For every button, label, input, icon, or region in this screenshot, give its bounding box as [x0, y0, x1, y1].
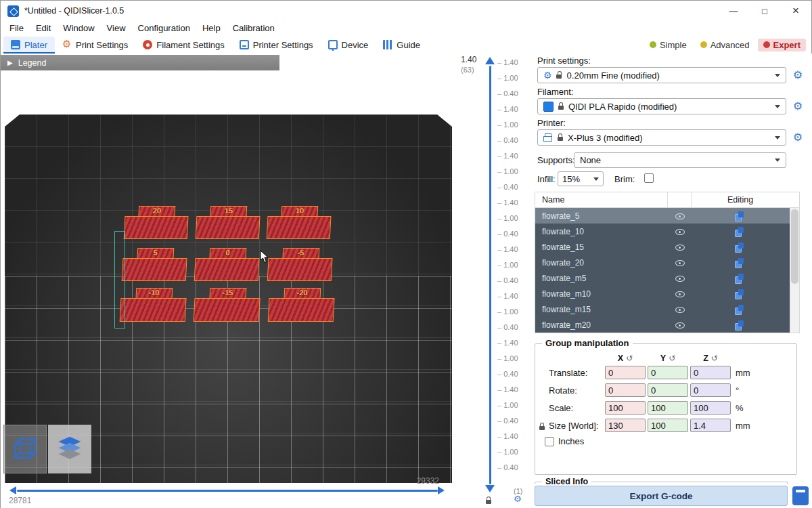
- object-row-flowrate-m20[interactable]: flowrate_m20: [535, 317, 799, 333]
- horizontal-move-slider[interactable]: [17, 490, 438, 492]
- edit-icon[interactable]: [735, 242, 744, 252]
- infill-combo[interactable]: 15%: [558, 171, 604, 186]
- inches-checkbox[interactable]: [545, 437, 554, 446]
- mode-expert[interactable]: Expert: [758, 39, 806, 51]
- object-row-flowrate-5[interactable]: flowrate_5: [535, 208, 799, 224]
- edit-icon[interactable]: [735, 289, 744, 299]
- supports-combo[interactable]: None: [574, 152, 786, 168]
- input-scale-y[interactable]: [648, 401, 688, 415]
- eye-icon[interactable]: [675, 273, 685, 283]
- tab-device[interactable]: Device: [321, 37, 376, 54]
- reset-y-icon[interactable]: ↺: [669, 354, 675, 362]
- input-translate-x[interactable]: [605, 366, 646, 379]
- object-row-flowrate-15[interactable]: flowrate_15: [535, 239, 799, 255]
- legend-expand-icon[interactable]: ▶: [7, 59, 13, 66]
- visibility-cell: [668, 242, 691, 252]
- hslider-left-arrow[interactable]: [9, 486, 16, 494]
- reset-x-icon[interactable]: ↺: [626, 354, 633, 362]
- plate-object-15[interactable]: 15: [196, 206, 261, 239]
- eye-icon[interactable]: [675, 211, 685, 221]
- plate-object-15[interactable]: -15: [194, 288, 261, 322]
- menu-help[interactable]: Help: [196, 21, 227, 36]
- layer-slider-top-handle[interactable]: [485, 57, 495, 64]
- edit-icon[interactable]: [735, 320, 744, 330]
- legend-bar[interactable]: ▶ Legend: [1, 55, 279, 70]
- plate-object-10[interactable]: 10: [267, 206, 332, 239]
- edit-icon[interactable]: [735, 274, 744, 283]
- eye-icon[interactable]: [675, 226, 685, 236]
- eye-icon[interactable]: [675, 304, 685, 314]
- input-scale-x[interactable]: [605, 401, 646, 415]
- layer-slider-bottom-handle[interactable]: [485, 485, 495, 492]
- eye-icon[interactable]: [675, 242, 685, 252]
- axis-header-y: Y↺: [648, 354, 688, 363]
- export-gcode-button[interactable]: Export G-code: [535, 486, 788, 506]
- hslider-right-arrow[interactable]: [438, 486, 445, 494]
- close-button[interactable]: ×: [780, 1, 811, 21]
- preview-view-button[interactable]: [48, 425, 91, 473]
- editor-view-button[interactable]: [3, 425, 47, 473]
- reset-z-icon[interactable]: ↺: [711, 354, 718, 362]
- layer-slider-track[interactable]: [489, 66, 491, 484]
- tab-print-settings[interactable]: Print Settings: [55, 37, 135, 54]
- plate-object-20[interactable]: -20: [268, 288, 336, 322]
- viewport-3d[interactable]: 20151050-5-10-15-20 ▶ Legend: [1, 54, 455, 508]
- layer-tick: 0.40: [497, 413, 518, 429]
- object-row-flowrate-m15[interactable]: flowrate_m15: [535, 301, 799, 317]
- eye-icon[interactable]: [675, 257, 685, 268]
- menu-edit[interactable]: Edit: [30, 21, 57, 36]
- mode-simple[interactable]: Simple: [644, 39, 692, 51]
- menu-configuration[interactable]: Configuration: [132, 21, 196, 36]
- object-row-flowrate-m10[interactable]: flowrate_m10: [535, 286, 799, 301]
- menu-window[interactable]: Window: [57, 21, 100, 36]
- layer-settings-gear-icon[interactable]: ⚙: [514, 494, 522, 504]
- filament-combo[interactable]: QIDI PLA Rapido (modified): [537, 98, 786, 114]
- layer-lock-icon[interactable]: [485, 496, 492, 505]
- printer-combo[interactable]: X-Plus 3 (modified): [537, 129, 786, 146]
- menu-calibration[interactable]: Calibration: [227, 21, 281, 36]
- export-device-icon[interactable]: [792, 486, 809, 505]
- brim-checkbox[interactable]: [644, 173, 654, 183]
- tab-guide[interactable]: Guide: [376, 37, 428, 54]
- input-size-world-z[interactable]: [690, 419, 731, 432]
- input-translate-z[interactable]: [690, 366, 731, 379]
- input-rotate-x[interactable]: [605, 383, 646, 397]
- edit-icon[interactable]: [735, 258, 744, 268]
- edit-icon[interactable]: [735, 211, 744, 221]
- printer-gear-button[interactable]: ⚙: [790, 130, 805, 145]
- menu-file[interactable]: File: [3, 21, 30, 36]
- tab-plater[interactable]: Plater: [3, 37, 55, 54]
- object-list-scrollbar[interactable]: [790, 208, 799, 333]
- plate-object-0[interactable]: 0: [194, 248, 261, 281]
- menu-view[interactable]: View: [101, 21, 132, 36]
- tab-label: Filament Settings: [156, 40, 224, 50]
- object-row-flowrate-10[interactable]: flowrate_10: [535, 224, 799, 239]
- eye-icon[interactable]: [675, 320, 685, 330]
- input-scale-z[interactable]: [690, 401, 731, 415]
- input-rotate-z[interactable]: [690, 383, 731, 397]
- maximize-button[interactable]: □: [749, 1, 780, 21]
- print-settings-combo[interactable]: ⚙ 0.20mm Fine (modified): [537, 67, 786, 83]
- uniform-scale-lock-icon[interactable]: [539, 423, 545, 431]
- eye-icon[interactable]: [675, 289, 685, 299]
- plate-object-5[interactable]: -5: [267, 248, 334, 281]
- scrollbar-thumb[interactable]: [791, 209, 798, 284]
- object-row-flowrate-20[interactable]: flowrate_20: [535, 255, 799, 270]
- mode-advanced[interactable]: Advanced: [695, 39, 755, 51]
- plate-object-10[interactable]: -10: [120, 288, 187, 322]
- edit-icon[interactable]: [735, 227, 744, 236]
- minimize-button[interactable]: —: [718, 1, 749, 21]
- plate-object-20[interactable]: 20: [124, 206, 189, 239]
- input-size-world-y[interactable]: [648, 419, 688, 432]
- input-translate-y[interactable]: [648, 366, 688, 379]
- filament-gear-button[interactable]: ⚙: [790, 99, 805, 114]
- input-rotate-y[interactable]: [648, 383, 688, 397]
- tab-filament-settings[interactable]: Filament Settings: [135, 37, 231, 54]
- plate-object-5[interactable]: 5: [122, 248, 188, 281]
- object-row-flowrate-m5[interactable]: flowrate_m5: [535, 270, 799, 286]
- edit-icon[interactable]: [735, 305, 744, 314]
- print-settings-gear-button[interactable]: ⚙: [790, 68, 805, 83]
- printer-settings-icon: [240, 40, 249, 49]
- tab-printer-settings[interactable]: Printer Settings: [232, 37, 321, 54]
- input-size-world-x[interactable]: [605, 419, 646, 432]
